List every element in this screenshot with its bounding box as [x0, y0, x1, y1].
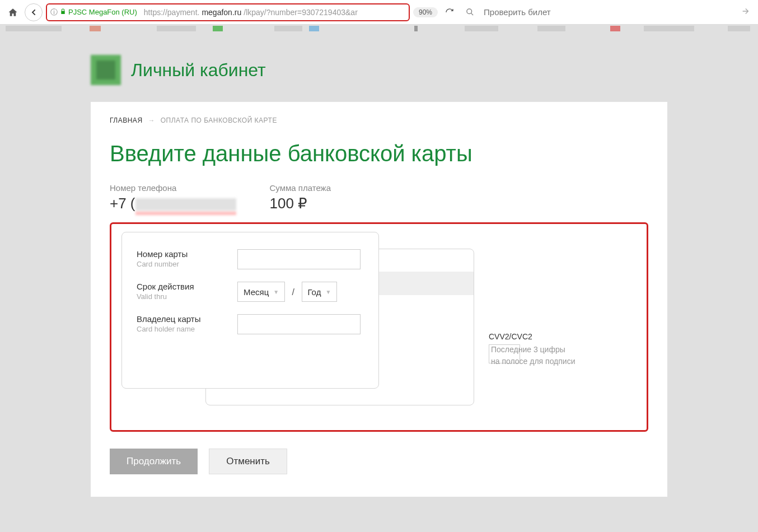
card-number-label: Номер карты: [137, 249, 226, 259]
breadcrumb-home[interactable]: ГЛАВНАЯ: [110, 116, 143, 124]
amount-value: 100 ₽: [270, 195, 331, 212]
amount-label: Сумма платежа: [270, 183, 331, 193]
home-icon[interactable]: [4, 4, 21, 21]
phone-value: +7 (: [110, 195, 236, 212]
valid-thru-label-en: Valid thru: [137, 292, 226, 301]
info-icon[interactable]: ⓘ: [50, 7, 58, 17]
url-domain: megafon.ru: [202, 8, 241, 17]
chevron-down-icon: ▼: [273, 289, 279, 295]
card-number-input[interactable]: [237, 249, 361, 269]
holder-label: Владелец карты: [137, 314, 226, 324]
card-number-label-en: Card number: [137, 260, 226, 268]
breadcrumb-current: ОПЛАТА ПО БАНКОВСКОЙ КАРТЕ: [161, 116, 277, 124]
breadcrumb-sep: →: [148, 116, 155, 124]
reload-button[interactable]: [441, 4, 458, 21]
chevron-down-icon: ▼: [325, 289, 331, 295]
search-icon: [461, 4, 478, 21]
zoom-indicator[interactable]: 90%: [413, 7, 438, 17]
logo: [91, 55, 121, 85]
url-prefix: https://payment.: [144, 8, 200, 17]
card-holder-input[interactable]: [237, 314, 361, 334]
tab-strip: [0, 25, 758, 32]
browser-toolbar: ⓘ PJSC MegaFon (RU) https://payment.mega…: [0, 0, 758, 25]
back-button[interactable]: [25, 3, 43, 21]
month-select[interactable]: Месяц▼: [237, 282, 285, 302]
form-actions: Продолжить Отменить: [110, 449, 648, 474]
search-input[interactable]: [481, 5, 736, 19]
cvv-hint: Последние 3 цифры на полосе для подписи: [491, 344, 575, 367]
main-content: ГЛАВНАЯ → ОПЛАТА ПО БАНКОВСКОЙ КАРТЕ Вве…: [91, 102, 667, 497]
page-title: Введите данные банковской карты: [110, 141, 648, 166]
ssl-cert-name: PJSC MegaFon (RU): [68, 8, 137, 16]
card-front: Номер карты Card number Срок действия Va…: [121, 232, 379, 389]
site-title: Личный кабинет: [131, 60, 266, 81]
address-bar[interactable]: ⓘ PJSC MegaFon (RU) https://payment.mega…: [46, 3, 410, 21]
year-select[interactable]: Год▼: [302, 282, 338, 302]
svg-point-0: [466, 9, 471, 14]
go-arrow-icon[interactable]: [741, 7, 750, 18]
url-path: /lkpay/?number=9307219403&ar: [244, 8, 358, 17]
card-form-highlight: CVV2/CVC2 Последние 3 цифры на полосе дл…: [110, 222, 648, 432]
cancel-button[interactable]: Отменить: [209, 449, 287, 474]
valid-thru-label: Срок действия: [137, 282, 226, 291]
phone-label: Номер телефона: [110, 183, 236, 193]
holder-label-en: Card holder name: [137, 325, 226, 333]
continue-button[interactable]: Продолжить: [110, 449, 198, 474]
date-separator: /: [292, 287, 294, 297]
site-header: Личный кабинет: [91, 32, 667, 102]
cvv-label: CVV2/CVC2: [489, 332, 532, 341]
lock-icon: [60, 8, 66, 16]
breadcrumb: ГЛАВНАЯ → ОПЛАТА ПО БАНКОВСКОЙ КАРТЕ: [110, 116, 648, 124]
payment-summary: Номер телефона +7 ( Сумма платежа 100 ₽: [110, 183, 648, 212]
